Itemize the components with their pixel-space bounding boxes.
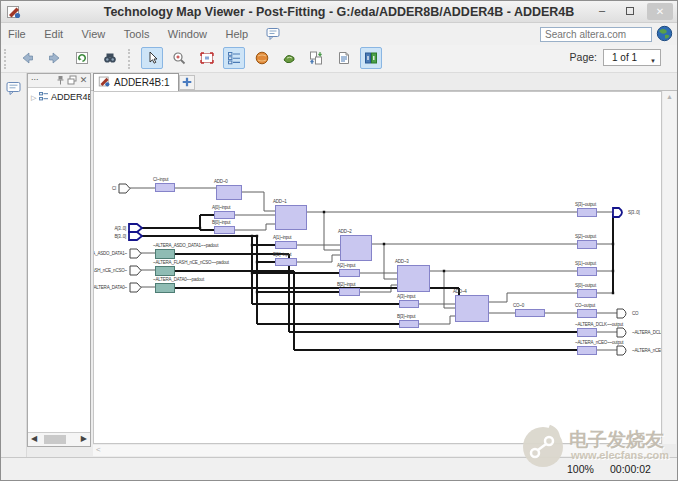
tree-item-adder4b[interactable]: ▷ ADDER4B <box>28 89 90 102</box>
io-pad-cell[interactable] <box>155 249 175 259</box>
cell-label: ~ALTERA_nCEO~~output <box>575 340 623 345</box>
scroll-thumb[interactable] <box>44 435 66 444</box>
logic-cell[interactable] <box>339 288 360 296</box>
tab-adder4b[interactable]: ADDER4B:1 <box>93 73 179 91</box>
canvas-horizontal-scrollbar[interactable]: < <box>93 445 662 456</box>
find-button[interactable] <box>99 47 121 69</box>
menu-edit[interactable]: Edit <box>37 23 70 45</box>
logic-cell[interactable] <box>577 267 597 276</box>
panel-pin-button[interactable] <box>55 75 66 86</box>
search-input[interactable] <box>540 27 652 42</box>
report-bubble-icon[interactable] <box>6 81 22 96</box>
pin-icon <box>56 75 65 86</box>
netlist-tree: ▷ ADDER4B <box>28 89 90 432</box>
logic-cell[interactable] <box>275 258 297 266</box>
nav-forward-button[interactable] <box>44 47 66 69</box>
io-pad-cell[interactable] <box>155 266 175 276</box>
toolbar: Page: 1 of 1 ▼ <box>1 45 677 73</box>
zoom-tool-button[interactable] <box>168 47 190 69</box>
cell-label: S[1]~output <box>575 261 596 266</box>
menu-bar: File Edit View Tools Window Help <box>1 23 677 45</box>
nav-back-button[interactable] <box>16 47 38 69</box>
close-button[interactable]: ✕ <box>647 3 673 20</box>
swap-pages-icon <box>308 50 324 66</box>
color-compare-button[interactable] <box>360 47 382 69</box>
minimize-button[interactable]: – <box>589 3 615 20</box>
elapsed-time: 00:00:02 <box>610 463 651 475</box>
tree-item-label: ADDER4B <box>51 92 90 102</box>
fit-view-button[interactable] <box>196 47 218 69</box>
maximize-icon <box>626 7 634 15</box>
selection-tool-button[interactable] <box>141 47 163 69</box>
logic-cell[interactable] <box>577 208 597 217</box>
scroll-left-icon[interactable]: ◀ <box>31 434 37 443</box>
io-pad-cell[interactable] <box>155 283 175 293</box>
pin-net-label: CI <box>112 186 116 191</box>
logic-block-cell[interactable] <box>216 185 242 200</box>
logic-cell[interactable] <box>214 226 235 234</box>
netlist-nodes: CIA[3..0]B[3..0]~ALTERA_ASDO_DATA1~~ALTE… <box>94 92 662 444</box>
logic-cell[interactable] <box>399 320 419 328</box>
cell-label: A[2]~input <box>337 263 355 268</box>
cell-label: S[3]~output <box>575 202 596 207</box>
search-globe-button[interactable] <box>655 25 673 43</box>
cell-label: A[1]~input <box>273 235 291 240</box>
maximize-button[interactable] <box>617 3 643 20</box>
feedback-bubble-icon[interactable] <box>266 27 281 41</box>
menu-file[interactable]: File <box>1 23 33 45</box>
logic-cell[interactable] <box>275 241 297 249</box>
pin-net-label: ~ALTERA_ASDO_DATA1~ <box>93 251 127 256</box>
logic-block-cell[interactable] <box>397 265 430 292</box>
logic-cell[interactable] <box>339 269 360 277</box>
panel-close-button[interactable]: ✕ <box>78 75 89 86</box>
logic-cell[interactable] <box>577 346 597 355</box>
logic-block-cell[interactable] <box>275 205 307 230</box>
logic-block-cell[interactable] <box>455 295 489 322</box>
logic-cell[interactable] <box>577 328 597 337</box>
window-title: Technology Map Viewer - Post-Fitting - G… <box>1 1 677 23</box>
refresh-button[interactable] <box>71 47 93 69</box>
logic-cell[interactable] <box>155 183 175 192</box>
report-page-button[interactable] <box>333 47 355 69</box>
new-tab-button[interactable] <box>179 75 195 90</box>
menu-help[interactable]: Help <box>218 23 255 45</box>
pin-net-label: ~ALTERA_DATA0~ <box>93 285 127 290</box>
cell-label: B[1]~input <box>273 252 291 257</box>
nav-back-icon <box>19 50 35 66</box>
logic-cell[interactable] <box>515 309 545 317</box>
tree-expander-icon[interactable]: ▷ <box>31 94 36 101</box>
status-bar: 100% 00:00:02 <box>1 457 677 480</box>
menu-window[interactable]: Window <box>161 23 214 45</box>
menu-view[interactable]: View <box>75 23 113 45</box>
pin-net-label: S[3..0] <box>628 210 640 215</box>
dropdown-caret-icon: ▼ <box>650 54 656 69</box>
world-button[interactable] <box>251 47 273 69</box>
canvas-vertical-scrollbar[interactable]: ▲ <box>663 91 676 444</box>
report-page-icon <box>336 50 352 66</box>
scroll-left-icon[interactable]: < <box>96 445 101 454</box>
logic-cell[interactable] <box>399 300 419 308</box>
dock-strip <box>1 73 27 457</box>
menu-tools[interactable]: Tools <box>117 23 157 45</box>
panel-overflow-button[interactable]: ... <box>31 72 39 82</box>
hierarchy-list-button[interactable] <box>223 47 245 69</box>
cell-label: A[3]~input <box>397 294 415 299</box>
logic-block-cell[interactable] <box>340 235 372 261</box>
cell-label: ADD~1 <box>273 199 287 204</box>
scroll-up-icon[interactable]: ▲ <box>666 93 673 100</box>
cell-label: ADD~2 <box>338 229 352 234</box>
panel-float-button[interactable] <box>66 75 77 86</box>
panel-horizontal-scrollbar[interactable]: ◀ ▶ <box>28 432 90 446</box>
logic-cell[interactable] <box>577 289 597 298</box>
binoculars-icon <box>102 50 118 66</box>
scroll-right-icon[interactable]: ▶ <box>81 434 87 443</box>
schematic-canvas[interactable]: CIA[3..0]B[3..0]~ALTERA_ASDO_DATA1~~ALTE… <box>93 91 662 444</box>
bird-button[interactable] <box>278 47 300 69</box>
logic-cell[interactable] <box>577 240 597 249</box>
swap-pages-button[interactable] <box>305 47 327 69</box>
page-label: Page: <box>570 51 597 63</box>
page-dropdown[interactable]: 1 of 1 ▼ <box>603 49 661 66</box>
cell-label: ~ALTERA_DCLK~~output <box>575 322 623 327</box>
logic-cell[interactable] <box>577 309 597 318</box>
logic-cell[interactable] <box>214 211 235 219</box>
